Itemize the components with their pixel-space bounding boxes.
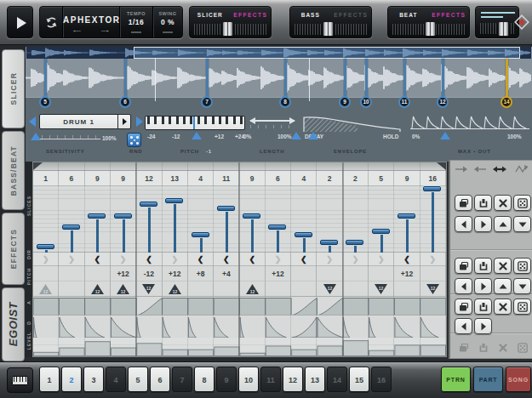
- env-handle[interactable]: [308, 132, 318, 139]
- dir-forward-cell[interactable]: ❯: [343, 253, 369, 265]
- random-button[interactable]: [513, 195, 531, 211]
- octave-cell[interactable]: [188, 281, 214, 296]
- sample-slot-dropdown[interactable]: DRUM 1: [39, 114, 131, 129]
- dir-forward-cell[interactable]: ❯: [59, 253, 84, 265]
- pitch-cell[interactable]: [420, 266, 446, 281]
- playdir-pendulum-button[interactable]: [514, 163, 531, 176]
- slice-slider-handle[interactable]: [423, 186, 441, 191]
- slice-slider-handle[interactable]: [243, 213, 260, 219]
- pitch-cell[interactable]: +8: [188, 266, 214, 281]
- octave-cell[interactable]: 12: [163, 281, 188, 296]
- copy-button[interactable]: [455, 195, 472, 211]
- random-button[interactable]: [513, 258, 531, 274]
- shift-down-button[interactable]: [513, 278, 531, 294]
- slice-number-cell[interactable]: 1: [33, 171, 59, 185]
- random-button[interactable]: [513, 298, 531, 315]
- slice-slider-handle[interactable]: [88, 213, 106, 219]
- level-row[interactable]: [33, 338, 446, 356]
- rnd-dice-button[interactable]: [127, 133, 141, 147]
- pitch-handle[interactable]: [192, 132, 202, 139]
- playdir-pingpong-button[interactable]: [492, 163, 509, 176]
- copy-button[interactable]: [455, 258, 472, 274]
- length-handle[interactable]: [291, 132, 301, 139]
- mix-effects-label[interactable]: EFFECTS: [331, 7, 372, 21]
- mix-module-bass[interactable]: BASSEFFECTS: [289, 6, 372, 38]
- octave-cell[interactable]: [214, 281, 239, 296]
- sensitivity-slider[interactable]: [32, 139, 100, 139]
- pattern-button-6[interactable]: 6: [150, 367, 170, 392]
- slice-slider-handle[interactable]: [346, 240, 363, 245]
- sequencer-grid[interactable]: 16991213411964225916 ❯❯❮❯❮❯❮❮❮❯❮❯❯❯❮❯ +1…: [32, 162, 447, 357]
- dir-reverse-cell[interactable]: ❮: [85, 253, 111, 265]
- slice-prev-icon[interactable]: [29, 117, 36, 127]
- dir-forward-cell[interactable]: ❯: [163, 253, 188, 265]
- slice-number-cell[interactable]: 4: [188, 171, 214, 185]
- slice-number-cell[interactable]: 6: [266, 171, 291, 185]
- waveform-display[interactable]: [26, 47, 532, 97]
- volume-fader[interactable]: [498, 21, 509, 37]
- pitch-cell[interactable]: [240, 266, 266, 281]
- dir-forward-cell[interactable]: ❯: [420, 253, 446, 265]
- dir-forward-cell[interactable]: ❯: [111, 253, 136, 265]
- slice-slider-handle[interactable]: [165, 198, 183, 203]
- shift-left-button[interactable]: [455, 318, 472, 334]
- mix-fader[interactable]: [222, 21, 233, 37]
- octave-cell[interactable]: 12: [420, 281, 446, 296]
- mix-name-label[interactable]: SLICER: [190, 7, 231, 21]
- mix-module-beat[interactable]: BEATEFFECTS: [387, 6, 470, 38]
- pattern-button-7[interactable]: 7: [172, 367, 192, 392]
- pattern-button-5[interactable]: 5: [128, 367, 148, 392]
- preset-next-arrow[interactable]: →: [99, 26, 112, 34]
- slice-next-icon[interactable]: [136, 117, 143, 127]
- attack-row[interactable]: [33, 297, 446, 316]
- pitch-cell[interactable]: +12: [266, 266, 291, 281]
- octave-cell[interactable]: [59, 281, 84, 296]
- octave-cell[interactable]: 12: [111, 281, 136, 296]
- pattern-button-3[interactable]: 3: [83, 367, 104, 392]
- sensitivity-handle[interactable]: [31, 133, 41, 140]
- pitch-cell[interactable]: -12: [136, 266, 162, 281]
- paste-button[interactable]: [474, 195, 492, 211]
- mix-fader[interactable]: [323, 21, 334, 37]
- pitch-cell[interactable]: [59, 266, 84, 281]
- shift-right-button[interactable]: [474, 216, 492, 232]
- slice-slider-handle[interactable]: [37, 244, 54, 249]
- play-button[interactable]: [7, 6, 33, 38]
- slice-number-cell[interactable]: 5: [369, 171, 394, 185]
- keyboard-mode-button[interactable]: [7, 367, 33, 393]
- pitch-cell[interactable]: +4: [214, 266, 239, 281]
- dir-forward-cell[interactable]: ❯: [317, 253, 342, 265]
- octave-cell[interactable]: 12: [85, 281, 111, 296]
- pattern-button-15[interactable]: 15: [349, 367, 369, 392]
- slice-number-cell[interactable]: 16: [420, 171, 446, 185]
- shift-right-button[interactable]: [474, 278, 492, 294]
- slice-slider-handle[interactable]: [372, 229, 390, 234]
- slice-number-cell[interactable]: 13: [163, 171, 188, 185]
- pitch-keyboard[interactable]: [145, 116, 245, 130]
- octave-cell[interactable]: [266, 281, 291, 296]
- slice-slider-handle[interactable]: [398, 213, 415, 219]
- slice-number-cell[interactable]: 12: [136, 171, 162, 185]
- tempo-control[interactable]: TEMPO 1/16: [120, 7, 152, 37]
- mix-effects-label[interactable]: EFFECTS: [429, 7, 470, 21]
- grid-header[interactable]: [33, 162, 446, 171]
- copy-button[interactable]: [455, 298, 472, 315]
- mix-name-label[interactable]: BASS: [290, 7, 331, 21]
- pitch-cell[interactable]: [369, 266, 394, 281]
- pattern-button-10[interactable]: 10: [238, 367, 259, 392]
- slice-number-cell[interactable]: 9: [240, 171, 266, 185]
- pattern-button-2[interactable]: 2: [61, 367, 82, 392]
- preset-display[interactable]: APHEXTOR ← →: [63, 7, 120, 37]
- preset-prev-arrow[interactable]: ←: [71, 26, 83, 34]
- slice-slider-handle[interactable]: [192, 232, 209, 237]
- pitch-cell[interactable]: [343, 266, 369, 281]
- pitch-cell[interactable]: [85, 266, 111, 281]
- shift-down-button[interactable]: [513, 216, 531, 232]
- pattern-button-14[interactable]: 14: [327, 367, 347, 392]
- octave-cell[interactable]: 12: [33, 281, 59, 296]
- mode-button-part[interactable]: PART: [473, 367, 503, 392]
- tab-effects[interactable]: EFFECTS: [2, 213, 25, 285]
- slice-slider-handle[interactable]: [320, 240, 338, 245]
- maxout-shape[interactable]: [410, 115, 529, 130]
- loop-button[interactable]: [40, 7, 63, 37]
